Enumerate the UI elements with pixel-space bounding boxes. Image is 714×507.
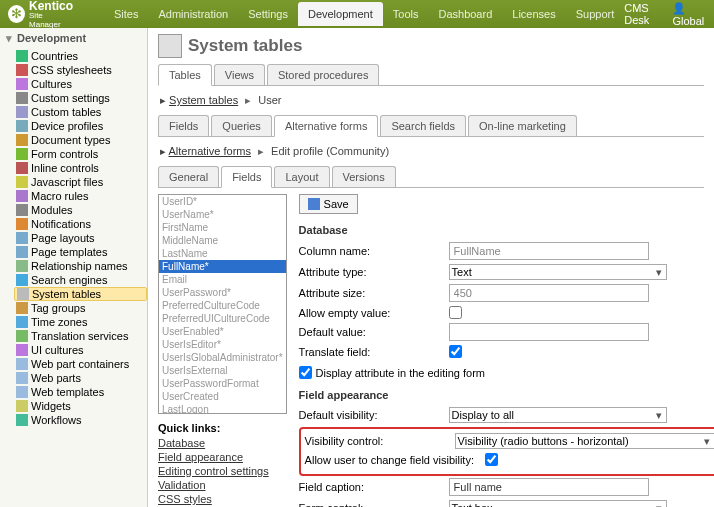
sidebar-item-web-part-containers[interactable]: Web part containers bbox=[16, 357, 147, 371]
sidebar-item-modules[interactable]: Modules bbox=[16, 203, 147, 217]
column-name-input[interactable] bbox=[449, 242, 649, 260]
breadcrumb-root[interactable]: Alternative forms bbox=[168, 145, 251, 157]
user-menu[interactable]: 👤 Global bbox=[672, 2, 706, 27]
vis-control-select[interactable]: Visibility (radio buttons - horizontal) bbox=[455, 433, 714, 449]
sidebar-item-relationship-names[interactable]: Relationship names bbox=[16, 259, 147, 273]
field-item[interactable]: UserIsExternal bbox=[159, 364, 286, 377]
sidebar-item-page-templates[interactable]: Page templates bbox=[16, 245, 147, 259]
field-caption-input[interactable] bbox=[449, 478, 649, 496]
cms-desk-link[interactable]: CMS Desk bbox=[624, 2, 660, 26]
field-item[interactable]: UserIsGlobalAdministrator* bbox=[159, 351, 286, 364]
breadcrumb-root[interactable]: System tables bbox=[169, 94, 238, 106]
sidebar-item-ui-cultures[interactable]: UI cultures bbox=[16, 343, 147, 357]
topnav-dashboard[interactable]: Dashboard bbox=[428, 2, 502, 26]
field-item[interactable]: UserPassword* bbox=[159, 286, 286, 299]
topnav-licenses[interactable]: Licenses bbox=[502, 2, 565, 26]
tab-tables[interactable]: Tables bbox=[158, 64, 212, 86]
sidebar-item-page-layouts[interactable]: Page layouts bbox=[16, 231, 147, 245]
quick-link[interactable]: Database bbox=[158, 436, 287, 450]
sidebar-item-inline-controls[interactable]: Inline controls bbox=[16, 161, 147, 175]
quick-link[interactable]: CSS styles bbox=[158, 492, 287, 506]
tabs-level2: FieldsQueriesAlternative formsSearch fie… bbox=[158, 115, 704, 137]
sidebar-item-device-profiles[interactable]: Device profiles bbox=[16, 119, 147, 133]
sidebar-item-notifications[interactable]: Notifications bbox=[16, 217, 147, 231]
allow-change-checkbox[interactable] bbox=[485, 453, 498, 466]
allow-change-label: Allow user to change field visibility: bbox=[305, 454, 485, 466]
tab-queries[interactable]: Queries bbox=[211, 115, 272, 136]
field-item[interactable]: MiddleName bbox=[159, 234, 286, 247]
sidebar-item-widgets[interactable]: Widgets bbox=[16, 399, 147, 413]
tab-layout[interactable]: Layout bbox=[274, 166, 329, 187]
sidebar-item-custom-settings[interactable]: Custom settings bbox=[16, 91, 147, 105]
field-item[interactable]: PreferredCultureCode bbox=[159, 299, 286, 312]
topnav-support[interactable]: Support bbox=[566, 2, 625, 26]
topnav-tools[interactable]: Tools bbox=[383, 2, 429, 26]
tab-fields[interactable]: Fields bbox=[221, 166, 272, 188]
sidebar-item-document-types[interactable]: Document types bbox=[16, 133, 147, 147]
sidebar-title: ▾ Development bbox=[0, 28, 147, 49]
field-item[interactable]: UserID* bbox=[159, 195, 286, 208]
sidebar-item-javascript-files[interactable]: Javascript files bbox=[16, 175, 147, 189]
sidebar-item-custom-tables[interactable]: Custom tables bbox=[16, 105, 147, 119]
quick-link[interactable]: Editing control settings bbox=[158, 464, 287, 478]
field-item[interactable]: UserCreated bbox=[159, 390, 286, 403]
form-control-label: Form control: bbox=[299, 502, 449, 507]
tab-fields[interactable]: Fields bbox=[158, 115, 209, 136]
default-value-input[interactable] bbox=[449, 323, 649, 341]
field-item[interactable]: UserPasswordFormat bbox=[159, 377, 286, 390]
default-vis-select[interactable]: Display to all bbox=[449, 407, 667, 423]
field-item[interactable]: LastLogon bbox=[159, 403, 286, 414]
topnav-settings[interactable]: Settings bbox=[238, 2, 298, 26]
topnav-development[interactable]: Development bbox=[298, 2, 383, 26]
field-item[interactable]: FirstName bbox=[159, 221, 286, 234]
field-item[interactable]: UserEnabled* bbox=[159, 325, 286, 338]
tab-general[interactable]: General bbox=[158, 166, 219, 187]
quick-link[interactable]: Field appearance bbox=[158, 450, 287, 464]
sidebar-item-css-stylesheets[interactable]: CSS stylesheets bbox=[16, 63, 147, 77]
field-item[interactable]: LastName bbox=[159, 247, 286, 260]
tab-alternative-forms[interactable]: Alternative forms bbox=[274, 115, 379, 137]
tab-stored-procedures[interactable]: Stored procedures bbox=[267, 64, 380, 85]
brand-logo[interactable]: Kentico Site Manager bbox=[8, 0, 74, 29]
tab-views[interactable]: Views bbox=[214, 64, 265, 85]
sidebar-item-system-tables[interactable]: System tables bbox=[14, 287, 147, 301]
field-item[interactable]: PreferredUICultureCode bbox=[159, 312, 286, 325]
sidebar-item-macro-rules[interactable]: Macro rules bbox=[16, 189, 147, 203]
tab-search-fields[interactable]: Search fields bbox=[380, 115, 466, 136]
sidebar-item-time-zones[interactable]: Time zones bbox=[16, 315, 147, 329]
tab-versions[interactable]: Versions bbox=[332, 166, 396, 187]
sidebar-item-web-parts[interactable]: Web parts bbox=[16, 371, 147, 385]
display-attr-label: Display attribute in the editing form bbox=[316, 367, 485, 379]
allow-empty-checkbox[interactable] bbox=[449, 306, 462, 319]
field-list-panel: UserID*UserName*FirstNameMiddleNameLastN… bbox=[158, 194, 287, 507]
field-list[interactable]: UserID*UserName*FirstNameMiddleNameLastN… bbox=[158, 194, 287, 414]
field-caption-label: Field caption: bbox=[299, 481, 449, 493]
translate-label: Translate field: bbox=[299, 346, 449, 358]
tree-item-icon bbox=[16, 92, 28, 104]
sidebar-item-countries[interactable]: Countries bbox=[16, 49, 147, 63]
field-item[interactable]: Email bbox=[159, 273, 286, 286]
topnav-sites[interactable]: Sites bbox=[104, 2, 148, 26]
field-item[interactable]: FullName* bbox=[159, 260, 286, 273]
tree-item-icon bbox=[16, 414, 28, 426]
sidebar-item-tag-groups[interactable]: Tag groups bbox=[16, 301, 147, 315]
display-attr-checkbox[interactable] bbox=[299, 366, 312, 379]
tab-on-line-marketing[interactable]: On-line marketing bbox=[468, 115, 577, 136]
sidebar-item-web-templates[interactable]: Web templates bbox=[16, 385, 147, 399]
translate-checkbox[interactable] bbox=[449, 345, 462, 358]
sidebar-item-search-engines[interactable]: Search engines bbox=[16, 273, 147, 287]
tree-collapse-icon[interactable]: ▾ bbox=[6, 32, 12, 44]
sidebar-item-workflows[interactable]: Workflows bbox=[16, 413, 147, 427]
save-button[interactable]: Save bbox=[299, 194, 358, 214]
field-item[interactable]: UserIsEditor* bbox=[159, 338, 286, 351]
attr-type-select[interactable]: Text bbox=[449, 264, 667, 280]
field-item[interactable]: UserName* bbox=[159, 208, 286, 221]
sidebar-item-cultures[interactable]: Cultures bbox=[16, 77, 147, 91]
sidebar-item-translation-services[interactable]: Translation services bbox=[16, 329, 147, 343]
form-control-select[interactable]: Text box bbox=[449, 500, 667, 507]
sidebar-item-form-controls[interactable]: Form controls bbox=[16, 147, 147, 161]
tree-item-icon bbox=[16, 134, 28, 146]
topnav-administration[interactable]: Administration bbox=[148, 2, 238, 26]
attr-size-input[interactable] bbox=[449, 284, 649, 302]
quick-link[interactable]: Validation bbox=[158, 478, 287, 492]
